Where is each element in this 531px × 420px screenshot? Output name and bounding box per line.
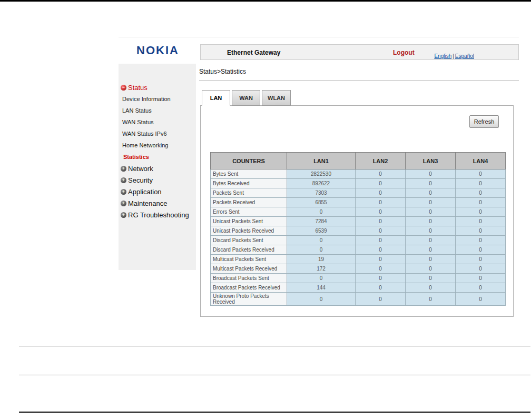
breadcrumb: Status>Statistics bbox=[199, 68, 246, 75]
table-row: Unknown Proto Packets Received0000 bbox=[211, 293, 506, 306]
table-row: Bytes Received892622000 bbox=[211, 179, 506, 188]
counter-value: 0 bbox=[406, 207, 456, 217]
sidebar-item-label: Maintenance bbox=[128, 199, 167, 207]
counter-value: 144 bbox=[287, 283, 356, 293]
sidebar-item-network[interactable]: +Network bbox=[119, 163, 196, 174]
sidebar-item-home-networking[interactable]: Home Networking bbox=[119, 139, 196, 151]
tab-wan[interactable]: WAN bbox=[232, 90, 260, 106]
table-row: Packets Received6855000 bbox=[211, 198, 506, 207]
sidebar-item-statistics[interactable]: Statistics bbox=[119, 151, 196, 163]
counter-value: 0 bbox=[406, 293, 456, 306]
counter-value: 0 bbox=[356, 293, 406, 306]
column-header-counters: COUNTERS bbox=[211, 153, 287, 169]
sidebar-item-device-information[interactable]: Device Information bbox=[119, 93, 196, 105]
counter-value: 0 bbox=[456, 226, 506, 236]
counter-name: Multicast Packets Sent bbox=[211, 255, 287, 264]
tab-lan[interactable]: LAN bbox=[202, 90, 230, 106]
counter-name: Bytes Received bbox=[211, 179, 287, 188]
footer-rule bbox=[19, 412, 530, 413]
counter-value: 0 bbox=[356, 264, 406, 274]
sidebar-item-security[interactable]: +Security bbox=[119, 174, 196, 186]
table-row: Multicast Packets Received172000 bbox=[211, 264, 506, 274]
tab-wlan[interactable]: WLAN bbox=[262, 90, 291, 106]
table-row: Packets Sent7303000 bbox=[211, 188, 506, 198]
counter-value: 0 bbox=[356, 274, 406, 283]
column-header-lan2: LAN2 bbox=[356, 153, 406, 169]
language-link-english[interactable]: English bbox=[434, 53, 451, 59]
column-header-lan3: LAN3 bbox=[406, 153, 456, 169]
counter-value: 0 bbox=[456, 264, 506, 274]
sidebar-item-rg-troubleshooting[interactable]: +RG Troubleshooting bbox=[119, 209, 196, 221]
counter-value: 0 bbox=[356, 245, 406, 255]
counter-value: 2822530 bbox=[287, 169, 356, 179]
counter-value: 0 bbox=[456, 207, 506, 217]
sidebar-item-status[interactable]: −Status bbox=[119, 82, 196, 93]
counter-value: 0 bbox=[356, 255, 406, 264]
sidebar-item-label: LAN Status bbox=[122, 107, 152, 114]
counter-value: 0 bbox=[406, 179, 456, 188]
counter-value: 0 bbox=[356, 283, 406, 293]
counter-value: 0 bbox=[287, 245, 356, 255]
sidebar-item-lan-status[interactable]: LAN Status bbox=[119, 105, 196, 116]
counter-value: 0 bbox=[406, 188, 456, 198]
expand-icon: + bbox=[121, 166, 126, 172]
counter-value: 0 bbox=[406, 255, 456, 264]
stats-table-head-row: COUNTERSLAN1LAN2LAN3LAN4 bbox=[211, 153, 506, 169]
nokia-logo: NOKIA bbox=[119, 44, 179, 57]
sidebar-item-application[interactable]: +Application bbox=[119, 186, 196, 197]
counter-value: 0 bbox=[356, 169, 406, 179]
counter-value: 0 bbox=[356, 179, 406, 188]
counter-value: 892622 bbox=[287, 179, 356, 188]
counter-value: 0 bbox=[406, 226, 456, 236]
sidebar-item-wan-status[interactable]: WAN Status bbox=[119, 116, 196, 128]
sidebar-item-label: Security bbox=[128, 176, 153, 184]
sidebar-item-maintenance[interactable]: +Maintenance bbox=[119, 197, 196, 209]
counter-value: 7284 bbox=[287, 217, 356, 226]
footer-rule bbox=[19, 346, 530, 346]
counter-name: Discard Packets Sent bbox=[211, 236, 287, 245]
expand-icon: + bbox=[121, 189, 126, 195]
sidebar: −StatusDevice InformationLAN StatusWAN S… bbox=[119, 64, 196, 270]
counter-value: 0 bbox=[456, 293, 506, 306]
counter-name: Unicast Packets Sent bbox=[211, 217, 287, 226]
language-link-espanol[interactable]: Español bbox=[455, 53, 474, 59]
stats-table: COUNTERSLAN1LAN2LAN3LAN4 Bytes Sent28225… bbox=[210, 152, 506, 306]
counter-value: 0 bbox=[356, 198, 406, 207]
counter-value: 0 bbox=[356, 226, 406, 236]
top-rule bbox=[0, 0, 531, 2]
document-page: NOKIA Ethernet Gateway Logout English|Es… bbox=[0, 0, 531, 420]
counter-value: 0 bbox=[406, 236, 456, 245]
counter-value: 0 bbox=[356, 188, 406, 198]
sidebar-item-wan-status-ipv6[interactable]: WAN Status IPv6 bbox=[119, 128, 196, 139]
logout-link[interactable]: Logout bbox=[393, 49, 415, 56]
counter-name: Packets Sent bbox=[211, 188, 287, 198]
content-panel: Refresh COUNTERSLAN1LAN2LAN3LAN4 Bytes S… bbox=[200, 105, 514, 317]
table-row: Discard Packets Received0000 bbox=[211, 245, 506, 255]
counter-name: Packets Received bbox=[211, 198, 287, 207]
counter-value: 0 bbox=[406, 245, 456, 255]
language-separator: | bbox=[453, 53, 454, 59]
table-row: Unicast Packets Sent7284000 bbox=[211, 217, 506, 226]
counter-value: 0 bbox=[406, 274, 456, 283]
expand-icon: + bbox=[121, 177, 126, 183]
sidebar-item-label: Network bbox=[128, 165, 153, 173]
sidebar-item-label: Statistics bbox=[123, 154, 149, 160]
tab-bar: LANWANWLAN bbox=[202, 90, 292, 106]
logo-area: NOKIA bbox=[119, 37, 196, 64]
gateway-ui: NOKIA Ethernet Gateway Logout English|Es… bbox=[119, 37, 519, 325]
sidebar-item-label: WAN Status bbox=[122, 119, 154, 125]
counter-name: Broadcast Packets Received bbox=[211, 283, 287, 293]
counter-value: 0 bbox=[406, 264, 456, 274]
refresh-button[interactable]: Refresh bbox=[469, 115, 499, 128]
counter-value: 0 bbox=[406, 198, 456, 207]
table-row: Broadcast Packets Received144000 bbox=[211, 283, 506, 293]
footer-rule bbox=[19, 375, 530, 375]
counter-value: 0 bbox=[356, 217, 406, 226]
expand-icon: + bbox=[121, 212, 126, 218]
language-switcher: English|Español bbox=[434, 53, 474, 59]
sidebar-item-label: Device Information bbox=[122, 96, 171, 102]
column-header-lan4: LAN4 bbox=[456, 153, 506, 169]
sidebar-item-label: Home Networking bbox=[122, 142, 168, 148]
counter-value: 7303 bbox=[287, 188, 356, 198]
counter-name: Errors Sent bbox=[211, 207, 287, 217]
